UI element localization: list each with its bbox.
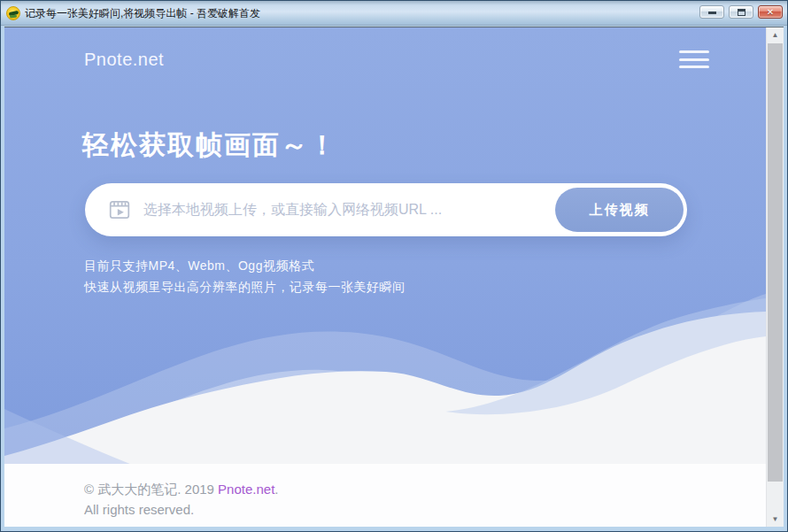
web-page: Pnote.net 轻松获取帧画面～！: [4, 27, 766, 527]
titlebar[interactable]: 记录每一张美好瞬间,将视频导出帧 - 吾爱破解首发 ✕: [1, 1, 787, 26]
app-icon: [6, 6, 20, 20]
scroll-down-icon: ▼: [772, 515, 779, 523]
vertical-scrollbar[interactable]: ▲ ▼: [766, 27, 784, 527]
rights-line: All rights reserved.: [84, 499, 766, 520]
footer-site-link[interactable]: Pnote.net: [218, 482, 274, 497]
page-footer: © 武大大的笔记. 2019 Pnote.net. All rights res…: [4, 464, 766, 527]
upload-video-button[interactable]: 上传视频: [555, 188, 684, 232]
top-navigation: Pnote.net: [84, 48, 709, 71]
scroll-down-button[interactable]: ▼: [767, 512, 784, 527]
minimize-button[interactable]: [699, 5, 724, 19]
hamburger-menu-icon[interactable]: [679, 50, 709, 69]
scroll-up-button[interactable]: ▲: [767, 27, 784, 42]
copyright-period: .: [274, 482, 278, 497]
close-button[interactable]: ✕: [758, 5, 783, 19]
page-title: 轻松获取帧画面～！: [82, 127, 337, 164]
scroll-up-icon: ▲: [772, 31, 779, 39]
window-title: 记录每一张美好瞬间,将视频导出帧 - 吾爱破解首发: [25, 5, 699, 21]
supported-formats-note: 目前只支持MP4、Webm、Ogg视频格式: [84, 255, 406, 276]
video-upload-bar: 上传视频: [85, 183, 687, 236]
video-url-input[interactable]: [143, 202, 545, 218]
maximize-icon: [738, 9, 746, 16]
wave-decoration: [4, 287, 766, 464]
scrollbar-thumb[interactable]: [768, 43, 783, 482]
video-file-icon: [108, 198, 131, 221]
app-window: 记录每一张美好瞬间,将视频导出帧 - 吾爱破解首发 ✕ Pnote.net 轻松…: [0, 0, 788, 532]
copyright-text: © 武大大的笔记. 2019: [84, 482, 218, 497]
site-logo[interactable]: Pnote.net: [84, 50, 164, 70]
close-icon: ✕: [767, 8, 774, 17]
window-controls: ✕: [699, 5, 783, 19]
minimize-icon: [708, 12, 716, 14]
copyright-line: © 武大大的笔记. 2019 Pnote.net.: [84, 479, 766, 499]
window-client-area: Pnote.net 轻松获取帧画面～！: [4, 27, 784, 527]
maximize-button[interactable]: [729, 5, 753, 19]
hero-section: Pnote.net 轻松获取帧画面～！: [4, 27, 766, 464]
